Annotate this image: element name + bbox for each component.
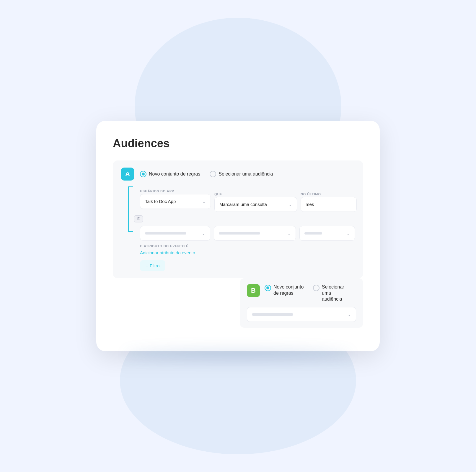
audience-block-a: A Novo conjunto de regras Selecionar uma… <box>113 160 363 278</box>
dropdown-que-2[interactable]: ⌄ <box>214 226 296 241</box>
filter-row-1: USUÁRIOS DO APP Talk to Doc App ⌄ QUE Ma… <box>140 186 355 212</box>
audience-a-header: A Novo conjunto de regras Selecionar uma… <box>121 168 355 181</box>
chevron-que-icon: ⌄ <box>288 202 292 207</box>
radio-b-circle-novo <box>265 285 271 291</box>
dropdown-app[interactable]: Talk to Doc App ⌄ <box>140 194 211 209</box>
filtro-button[interactable]: + Filtro <box>140 260 165 271</box>
label-noultimo: NO ÚLTIMO <box>301 192 357 196</box>
radio-b-label-selecionar: Selecionar uma audiência <box>322 284 351 302</box>
event-attr-section: O ATRIBUTO DO EVENTO É Adicionar atribut… <box>140 244 355 255</box>
field-que: QUE Marcaram uma consulta ⌄ <box>214 192 297 212</box>
filter-row-2: ⌄ ⌄ ⌄ <box>140 226 355 241</box>
radio-label-selecionar: Selecionar uma audiência <box>219 171 273 177</box>
chevron-app2-icon: ⌄ <box>202 231 205 236</box>
and-connector: E <box>134 215 355 222</box>
radio-b-selecionar[interactable]: Selecionar uma audiência <box>313 284 351 302</box>
bracket-line-v <box>128 186 129 232</box>
main-card: Audiences A Novo conjunto de regras Sele… <box>96 121 380 351</box>
card-bottom-shadow <box>125 348 351 360</box>
label-usuarios: USUÁRIOS DO APP <box>140 189 211 193</box>
radio-group-a: Novo conjunto de regras Selecionar uma a… <box>140 171 273 177</box>
label-que: QUE <box>214 192 297 196</box>
dropdown-b[interactable]: ⌄ <box>247 307 356 322</box>
and-badge: E <box>134 215 143 222</box>
dropdown-que[interactable]: Marcaram uma consulta ⌄ <box>214 197 297 212</box>
radio-selecionar[interactable]: Selecionar uma audiência <box>210 171 273 177</box>
chevron-app-icon: ⌄ <box>202 199 206 204</box>
radio-group-b: Novo conjunto de regras Selecionar uma a… <box>265 284 351 302</box>
event-attr-label: O ATRIBUTO DO EVENTO É <box>140 244 355 248</box>
dropdown-noultimo-value: mês <box>306 202 314 207</box>
audience-block-b: B Novo conjunto de regras Selecionar uma… <box>240 278 363 328</box>
dropdown-app-2[interactable]: ⌄ <box>140 226 210 241</box>
dropdown-noultimo[interactable]: mês <box>301 197 357 212</box>
radio-b-circle-selecionar <box>313 285 319 291</box>
add-attribute-link[interactable]: Adicionar atributo do evento <box>140 250 195 255</box>
bracket-line-bottom <box>128 231 133 232</box>
placeholder-b <box>252 313 293 316</box>
page-title: Audiences <box>113 137 363 150</box>
field-noultimo: NO ÚLTIMO mês <box>301 192 357 212</box>
dropdown-periodo-2[interactable]: ⌄ <box>299 226 355 241</box>
radio-novo-conjunto[interactable]: Novo conjunto de regras <box>140 171 200 177</box>
chevron-b-icon: ⌄ <box>348 312 351 317</box>
audience-b-header: B Novo conjunto de regras Selecionar uma… <box>247 284 356 302</box>
chevron-periodo2-icon: ⌄ <box>346 231 350 236</box>
radio-label-novo: Novo conjunto de regras <box>149 171 200 177</box>
radio-b-label-novo: Novo conjunto de regras <box>273 284 306 296</box>
placeholder-short-1 <box>304 232 322 235</box>
radio-circle-novo <box>140 171 146 177</box>
placeholder-wide-1 <box>145 232 186 235</box>
bracket-line-top <box>128 186 133 187</box>
radio-b-novo[interactable]: Novo conjunto de regras <box>265 284 306 302</box>
field-usuarios: USUÁRIOS DO APP Talk to Doc App ⌄ <box>140 189 211 209</box>
chevron-que2-icon: ⌄ <box>287 231 291 236</box>
badge-b: B <box>247 284 260 297</box>
dropdown-app-value: Talk to Doc App <box>145 199 176 204</box>
dropdown-que-value: Marcaram uma consulta <box>219 202 267 207</box>
radio-circle-selecionar <box>210 171 216 177</box>
placeholder-wide-2 <box>219 232 260 235</box>
badge-a: A <box>121 168 134 181</box>
